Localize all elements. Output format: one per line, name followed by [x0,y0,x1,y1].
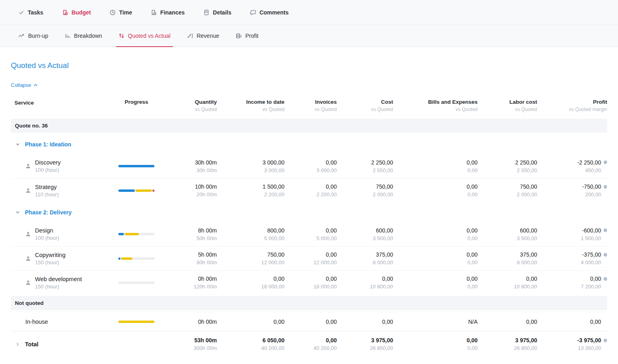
cell-inv: 0,005 000,00 [284,227,337,241]
cell-profit: -375,004 000,00 [537,251,607,265]
service-row-design: Design 100 (hour) 8h 00m50h 00m800,005 0… [11,222,607,246]
tab-time[interactable]: Time [109,0,132,25]
cell-labor: 600,003 500,00 [478,227,537,241]
quoted-vs-actual-table: ServiceProgressQuantityvs QuotedIncome t… [11,93,607,357]
cell-labor: 375,008 000,00 [478,251,537,265]
cell-cost: 3 975,0026 850,00 [337,337,393,351]
cell-service: Copywriting 150 (hour) [11,252,106,265]
cell-inv: 0,0012 000,00 [284,251,337,265]
chevron-down-icon [15,210,20,215]
document-icon [203,9,210,16]
tab-details[interactable]: Details [203,0,231,25]
cell-bills: 0,000,00 [393,251,478,265]
tab-tasks[interactable]: Tasks [18,0,43,25]
column-header-service: Service [11,99,106,106]
group-row-not-quoted: Not quoted [11,296,607,310]
page-title: Quoted vs Actual [11,61,607,70]
chevron-down-icon [15,142,20,147]
column-header-bills-and-expenses: Bills and Expensesvs Quoted [393,99,478,112]
cell-service: In-house [11,319,106,325]
column-header-quantity: Quantityvs Quoted [167,99,217,112]
cell-profit: 0,007 200,00 [537,276,607,290]
phase-row-phase-1-ideation[interactable]: Phase 1: Ideation [11,134,607,154]
phase-label: Phase 1: Ideation [25,141,71,148]
person-icon [25,231,31,237]
cell-progress [106,165,167,167]
subtab-label: Profit [245,33,259,39]
cell-income: 750,0012 000,00 [217,251,284,265]
progress-bar [118,282,154,284]
phase-row-phase-2-delivery[interactable]: Phase 2: Delivery [11,202,607,222]
progress-bar [118,189,154,192]
cell-profit: -2 250,00450,00 [537,159,607,173]
burnup-chart-icon [18,33,25,39]
profit-status-dot [604,185,607,189]
cell-progress [106,257,167,260]
check-icon [18,9,25,16]
cell-bills: 0,000,00 [393,276,478,290]
subtab-quoted-vs-actual[interactable]: Quoted vs Actual [118,25,171,47]
tab-finances[interactable]: Finances [150,0,185,25]
cell-inv: 0,0018 000,00 [284,276,337,290]
chevron-right-icon[interactable] [15,342,20,347]
profit-status-dot [604,253,607,257]
cell-profit: -750,00200,00 [537,183,607,197]
step-chart-icon [187,33,194,39]
subtab-breakdown[interactable]: Breakdown [64,25,102,47]
cell-cost: 2 250,002 550,00 [337,159,393,173]
cell-income: 6 050,0040 200,00 [217,337,284,351]
person-icon [25,280,31,286]
cell-inv: 0,003 000,00 [284,159,337,173]
cell-income: 0,00 [217,319,284,325]
cell-income: 3 000,003 000,00 [217,159,284,173]
progress-bar [118,321,154,323]
subtab-label: Breakdown [74,33,102,39]
cell-cost: 0,00 [337,319,393,325]
cell-progress [106,282,167,284]
cell-cost: 750,002 000,00 [337,183,393,197]
column-header-invoices: Invoicesvs Quoted [284,99,337,112]
comment-icon [250,9,256,16]
person-icon [25,163,31,169]
cell-profit: -600,001 500,00 [537,227,607,241]
cell-cost: 375,008 000,00 [337,251,393,265]
cell-labor: 3 975,0026 850,00 [478,337,537,351]
tab-comments[interactable]: Comments [250,0,288,25]
group-label: Quote no. 36 [15,123,48,129]
cell-service: Discovery 100 (hour) [11,159,106,173]
cell-profit: 0,00 [537,319,607,325]
clock-icon [109,9,116,16]
subtab-profit[interactable]: Profit [235,25,259,47]
cell-progress [106,233,167,235]
column-header-income-to-date: Income to datevs Quoted [217,99,284,112]
profit-status-dot [604,339,607,342]
finances-icon [150,9,157,16]
person-icon [25,256,31,261]
cell-bills: 0,000,00 [393,183,478,197]
cell-inv: 0,0040 200,00 [284,337,337,351]
service-row-strategy: Strategy 110 (hour) 10h 00m20h 00m1 500,… [11,178,607,202]
subtab-burn-up[interactable]: Burn-up [18,25,48,47]
cell-labor: 750,002 000,00 [478,183,537,197]
cell-bills: 0,000,00 [393,227,478,241]
cell-cost: 600,003 500,00 [337,227,393,241]
tab-label: Comments [260,9,288,16]
cell-income: 1 500,002 200,00 [217,183,284,197]
total-row: Total 53h 00m300h 00m6 050,0040 200,000,… [11,331,607,357]
cell-progress [106,189,167,192]
tab-budget[interactable]: Budget [62,0,91,25]
collapse-toggle[interactable]: Collapse [11,82,38,88]
cell-inv: 0,00 [284,319,337,325]
cell-service: Total [11,341,106,348]
cell-service: Web development 150 (hour) [11,276,106,290]
person-icon [25,188,31,193]
cell-qty: 5h 00m80h 00m [167,251,217,265]
progress-bar [118,165,154,167]
cell-income: 0,0018 000,00 [217,276,284,290]
service-row-web-development: Web development 150 (hour) 0h 00m120h 00… [11,270,607,294]
subtab-revenue[interactable]: Revenue [187,25,219,47]
cell-labor: 0,0010 800,00 [478,276,537,290]
cell-labor: 2 250,002 550,00 [478,159,537,173]
coins-icon [235,33,242,39]
subtab-label: Quoted vs Actual [128,33,171,39]
